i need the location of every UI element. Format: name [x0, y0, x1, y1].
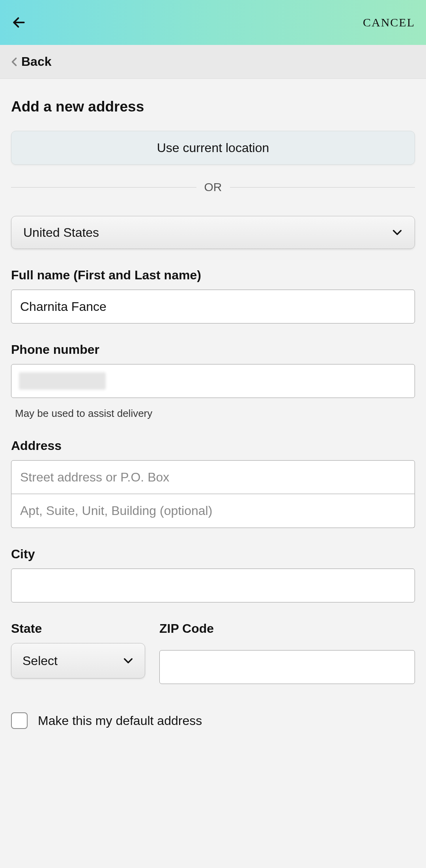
or-divider: OR: [11, 180, 415, 194]
cancel-button[interactable]: CANCEL: [363, 16, 415, 29]
chevron-down-icon: [123, 655, 134, 666]
zip-group: ZIP Code: [159, 621, 415, 684]
state-zip-row: State Select ZIP Code: [11, 621, 415, 684]
city-label: City: [11, 547, 415, 561]
arrow-left-icon: [11, 15, 26, 30]
sub-nav-bar: Back: [0, 45, 426, 79]
zip-input[interactable]: [159, 650, 415, 684]
or-text: OR: [204, 180, 222, 194]
top-bar: CANCEL: [0, 0, 426, 45]
content-area: Add a new address Use current location O…: [0, 79, 426, 729]
chevron-left-icon: [11, 57, 17, 67]
back-link[interactable]: Back: [11, 54, 52, 69]
state-value: Select: [22, 654, 58, 668]
address-label: Address: [11, 439, 415, 453]
use-current-location-button[interactable]: Use current location: [11, 131, 415, 165]
state-group: State Select: [11, 621, 145, 684]
full-name-label: Full name (First and Last name): [11, 268, 415, 283]
state-label: State: [11, 621, 145, 636]
back-text: Back: [21, 54, 52, 69]
address-group: Address: [11, 439, 415, 528]
default-address-checkbox[interactable]: [11, 712, 28, 729]
phone-helper-text: May be used to assist delivery: [11, 407, 415, 420]
phone-label: Phone number: [11, 342, 415, 357]
redacted-phone: [19, 372, 106, 390]
state-select[interactable]: Select: [11, 643, 145, 678]
default-address-label: Make this my default address: [38, 714, 202, 728]
country-select[interactable]: United States: [11, 216, 415, 249]
city-group: City: [11, 547, 415, 602]
chevron-down-icon: [392, 227, 403, 238]
city-input[interactable]: [11, 569, 415, 602]
page-title: Add a new address: [11, 99, 415, 115]
address-line2-input[interactable]: [11, 494, 415, 528]
full-name-group: Full name (First and Last name): [11, 268, 415, 323]
country-value: United States: [23, 225, 99, 240]
street-address-input[interactable]: [11, 460, 415, 494]
divider-line-right: [230, 187, 415, 188]
divider-line-left: [11, 187, 196, 188]
zip-label: ZIP Code: [159, 621, 415, 636]
full-name-input[interactable]: [11, 290, 415, 323]
back-arrow-button[interactable]: [11, 15, 27, 30]
default-address-row: Make this my default address: [11, 712, 415, 729]
phone-group: Phone number May be used to assist deliv…: [11, 342, 415, 420]
